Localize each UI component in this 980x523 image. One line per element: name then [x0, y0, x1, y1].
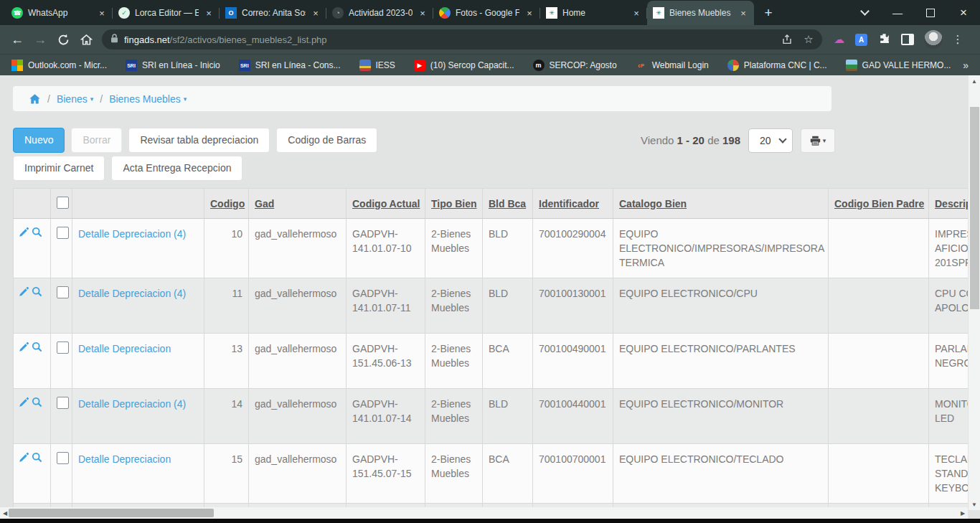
cell-tipo_bien: 2-Bienes Muebles	[425, 278, 483, 334]
minimize-button[interactable]: —	[881, 0, 914, 25]
bookmark-sri-en-l-nea-inicio[interactable]: SRISRI en Línea - Inicio	[126, 60, 220, 71]
scroll-up-icon[interactable]: ▲	[969, 75, 980, 87]
profile-avatar[interactable]	[924, 30, 943, 49]
share-icon[interactable]	[776, 34, 798, 45]
view-magnifier-icon[interactable]	[32, 398, 44, 410]
bookmark-10-sercop-capacit[interactable]: ▶(10) Sercop Capacit...	[414, 60, 514, 71]
row-checkbox[interactable]	[57, 397, 69, 409]
tab-fotos-google-f[interactable]: Fotos - Google F×	[433, 1, 540, 25]
bookmark-star-icon[interactable]: ☆	[798, 33, 819, 46]
close-tab-icon[interactable]: ×	[631, 8, 641, 19]
close-tab-icon[interactable]: ×	[738, 8, 748, 19]
vertical-scroll-thumb[interactable]	[970, 107, 979, 309]
print-button[interactable]: ▾	[801, 128, 835, 153]
revisar-tabla-depreciacion-button[interactable]: Revisar tabla depreciacion	[128, 128, 270, 153]
sort-header-tipo_bien[interactable]: Tipo Bien	[431, 198, 477, 209]
edit-pencil-icon[interactable]	[19, 228, 32, 240]
tab-lorca-editor-el[interactable]: ✓Lorca Editor — El×	[113, 1, 220, 25]
sort-header-gad[interactable]: Gad	[255, 198, 274, 209]
cpanel-icon: cP	[636, 60, 647, 71]
back-button[interactable]: ←	[6, 28, 29, 51]
imprimir-carnet-button[interactable]: Imprimir Carnet	[13, 156, 105, 181]
detalle-depreciacion-link[interactable]: Detalle Depreciacion	[78, 343, 171, 354]
tab-actividad-2023-0[interactable]: ◔Actividad 2023-0×	[326, 1, 433, 25]
tab-search-chevron-icon[interactable]	[848, 0, 881, 25]
lock-icon[interactable]	[110, 33, 118, 46]
maximize-button[interactable]	[914, 0, 947, 25]
scroll-down-icon[interactable]: ▼	[969, 499, 980, 510]
select-all-checkbox[interactable]	[57, 197, 69, 209]
breadcrumb-home-icon[interactable]	[29, 93, 41, 105]
edit-pencil-icon[interactable]	[19, 398, 32, 410]
home-button[interactable]	[75, 28, 98, 51]
view-magnifier-icon[interactable]	[32, 453, 44, 465]
tab-label: Actividad 2023-0	[349, 8, 413, 18]
browser-menu-icon[interactable]: ⋮	[951, 33, 964, 46]
edit-pencil-icon[interactable]	[19, 453, 32, 465]
close-tab-icon[interactable]: ×	[418, 8, 428, 19]
tab-correo-anita-sos[interactable]: OCorreo: Anita Sos×	[220, 1, 326, 25]
codigo-de-barras-button[interactable]: Codigo de Barras	[276, 128, 377, 153]
row-checkbox[interactable]	[57, 227, 69, 239]
detalle-depreciacion-link[interactable]: Detalle Depreciacion	[78, 453, 171, 465]
view-magnifier-icon[interactable]	[32, 228, 44, 240]
edit-pencil-icon[interactable]	[19, 288, 32, 299]
acta-entrega-recepcion-button[interactable]: Acta Entrega Recepcion	[111, 156, 242, 181]
bookmark-sri-en-l-nea-cons[interactable]: SRISRI en Línea - Cons...	[239, 60, 341, 71]
reload-button[interactable]	[52, 28, 75, 51]
close-window-button[interactable]: ×	[947, 0, 980, 25]
bookmark-gad-valle-hermo[interactable]: GAD VALLE HERMO...	[846, 60, 951, 71]
bookmark-outlook-com-micr[interactable]: Outlook.com - Micr...	[11, 60, 107, 71]
row-checkbox[interactable]	[57, 341, 69, 354]
sort-header-catalogo_bien[interactable]: Catalogo Bien	[619, 198, 687, 209]
bookmark-label: SRI en Línea - Inicio	[142, 60, 220, 70]
edit-pencil-icon[interactable]	[19, 343, 32, 354]
horizontal-scrollbar[interactable]: ◀ ▶	[0, 507, 968, 519]
row-checkbox[interactable]	[57, 286, 69, 298]
nuevo-button[interactable]: Nuevo	[13, 128, 65, 153]
tab-bienes-muebles[interactable]: ✳Bienes Muebles×	[647, 1, 754, 25]
sort-header-codigo_actual[interactable]: Codigo Actual	[352, 198, 420, 209]
cloud-extension-icon[interactable]: ☁	[834, 33, 844, 46]
tab-home[interactable]: ✳Home×	[540, 1, 647, 25]
side-panel-icon[interactable]	[901, 34, 914, 45]
scroll-right-icon[interactable]: ▶	[958, 510, 968, 517]
close-tab-icon[interactable]: ×	[97, 8, 107, 19]
breadcrumb-item-bienes[interactable]: Bienes▾	[57, 93, 93, 105]
detalle-depreciacion-link[interactable]: Detalle Depreciacion (4)	[78, 288, 186, 299]
bookmarks-overflow-icon[interactable]: »	[963, 60, 969, 71]
translate-extension-icon[interactable]: A	[855, 34, 867, 46]
sort-header-codigo[interactable]: Codigo	[210, 198, 245, 209]
address-bar[interactable]: fingads.net/sf2/activos/bienes_muebles2_…	[102, 29, 822, 50]
close-tab-icon[interactable]: ×	[204, 8, 214, 19]
breadcrumb-item-bienes-muebles[interactable]: Bienes Muebles▾	[109, 93, 187, 105]
forward-button[interactable]: →	[29, 28, 52, 51]
view-magnifier-icon[interactable]	[32, 288, 44, 299]
bookmark-iess[interactable]: IESS	[359, 60, 395, 71]
horizontal-scroll-thumb[interactable]	[9, 509, 214, 517]
sort-header-descrip[interactable]: Descripcion	[935, 198, 968, 209]
sort-header-identificador[interactable]: Identificador	[539, 198, 599, 209]
detalle-depreciacion-link[interactable]: Detalle Depreciacion (4)	[78, 228, 186, 240]
tab-whatsapp[interactable]: ☎WhatsApp×	[6, 1, 113, 25]
cell-gad: gad_vallehermoso	[249, 444, 347, 504]
view-magnifier-icon[interactable]	[32, 343, 44, 354]
close-tab-icon[interactable]: ×	[524, 8, 534, 19]
page-size-select[interactable]: 20	[748, 128, 793, 153]
browser-chrome: ☎WhatsApp×✓Lorca Editor — El×OCorreo: An…	[0, 0, 980, 75]
bookmark-plataforma-cnc-c[interactable]: Plataforma CNC | C...	[727, 60, 827, 71]
row-checkbox[interactable]	[57, 452, 69, 464]
sort-header-codigo_bien_padre[interactable]: Codigo Bien Padre	[834, 198, 924, 209]
bookmark-label: IESS	[376, 60, 395, 70]
vertical-scrollbar[interactable]: ▲ ▼	[968, 75, 980, 510]
cell-identificador: 700100440001	[533, 389, 613, 444]
sort-header-bld_bca[interactable]: Bld Bca	[489, 198, 526, 209]
bookmarks-bar: Outlook.com - Micr...SRISRI en Línea - I…	[0, 54, 980, 76]
bookmark-sercop-agosto[interactable]: mSERCOP: Agosto	[533, 60, 617, 71]
new-tab-button[interactable]: +	[758, 3, 778, 23]
detalle-depreciacion-link[interactable]: Detalle Depreciacion (4)	[78, 398, 186, 410]
bookmark-webmail-login[interactable]: cPWebmail Login	[636, 60, 709, 71]
close-tab-icon[interactable]: ×	[311, 8, 321, 19]
extensions-puzzle-icon[interactable]	[878, 32, 890, 47]
tab-label: WhatsApp	[28, 8, 92, 18]
